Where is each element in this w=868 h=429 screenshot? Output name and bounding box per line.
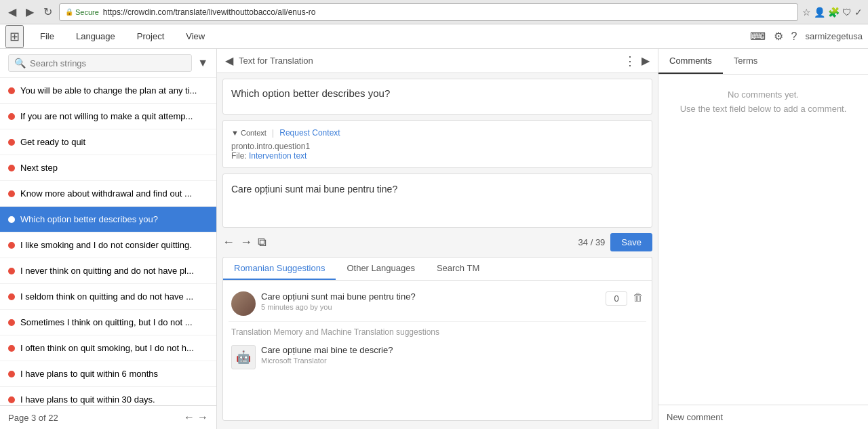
sidebar: 🔍 ▼ You will be able to change the plan … [0, 49, 217, 429]
item-text: Next step [20, 163, 58, 173]
status-dot [8, 113, 15, 120]
filter-button[interactable]: ▼ [197, 57, 208, 69]
no-comments-line1: No comments yet. [672, 88, 854, 102]
menu-view[interactable]: View [180, 28, 210, 44]
list-item[interactable]: I like smoking and I do not consider qui… [0, 232, 216, 258]
list-item[interactable]: I have plans to quit within 30 days. [0, 387, 216, 405]
item-text: If you are not willing to make a quit at… [20, 111, 193, 121]
url-text[interactable]: https://crowdin.com/translate/livewithou… [103, 7, 792, 17]
item-text: I have plans to quit within 6 months [20, 369, 158, 379]
secure-label: Secure [75, 8, 99, 16]
profile-button[interactable]: 👤 [814, 7, 825, 18]
status-dot [8, 319, 15, 326]
list-item[interactable]: Next step [0, 155, 216, 181]
no-comments-line2: Use the text field below to add a commen… [672, 102, 854, 117]
suggestion-meta: 5 minutes ago by you [261, 303, 600, 311]
next-string-button[interactable]: → [240, 235, 252, 249]
forward-button[interactable]: ▶ [23, 4, 37, 20]
suggestion-text: Care opțiuni sunt mai bune pentru tine? [261, 291, 600, 302]
bookmark-button[interactable]: ☆ [802, 7, 811, 18]
menu-language[interactable]: Language [71, 28, 121, 44]
copy-source-button[interactable]: ⧉ [258, 235, 267, 249]
prev-string-button[interactable]: ← [222, 235, 235, 249]
status-dot [8, 190, 15, 197]
item-text: Sometimes I think on quitting, but I do … [20, 317, 193, 327]
tm-content: Care opțiune mai bine te descrie? Micros… [261, 345, 644, 365]
right-footer: New comment [658, 405, 868, 429]
right-content: No comments yet. Use the text field belo… [658, 75, 868, 405]
expand-right-button[interactable]: ▶ [642, 54, 650, 67]
context-toggle[interactable]: ▼ Context [231, 129, 267, 137]
translation-toolbar: ← → ⧉ 34 / 39 Save [217, 233, 658, 257]
translation-area[interactable]: Care opțiuni sunt mai bune pentru tine? [222, 173, 652, 228]
item-text: I seldom think on quitting and do not ha… [20, 291, 193, 302]
app-right: ⌨ ⚙ ? sarmizegetusa [750, 30, 863, 43]
item-text: I have plans to quit within 30 days. [20, 394, 155, 405]
request-context-link[interactable]: Request Context [279, 128, 340, 138]
menu-project[interactable]: Project [132, 28, 170, 44]
middle-panel-inner: Which option better describes you? ▼ Con… [217, 73, 658, 429]
extension2-button[interactable]: 🛡 [842, 7, 852, 18]
search-icon: 🔍 [14, 58, 26, 68]
status-dot [8, 165, 15, 171]
search-input[interactable] [30, 58, 186, 68]
sidebar-header: 🔍 ▼ [0, 49, 216, 78]
status-dot [8, 242, 15, 249]
browser-actions: ☆ 👤 🧩 🛡 ✓ [802, 7, 863, 18]
status-dot [8, 371, 15, 377]
list-item-active[interactable]: Which option better describes you? [0, 207, 216, 232]
tab-search-tm[interactable]: Search TM [426, 258, 490, 280]
collapse-button[interactable]: ◀ [225, 54, 233, 67]
new-comment-label[interactable]: New comment [667, 412, 723, 422]
item-text: I like smoking and I do not consider qui… [20, 240, 192, 250]
avatar [231, 291, 256, 316]
more-button[interactable]: ⋮ [624, 54, 636, 68]
status-dot [8, 87, 15, 94]
keyboard-icon[interactable]: ⌨ [750, 30, 766, 43]
tab-other-languages[interactable]: Other Languages [336, 258, 425, 280]
refresh-button[interactable]: ↻ [41, 4, 55, 20]
list-item[interactable]: I seldom think on quitting and do not ha… [0, 284, 216, 310]
tm-source: Microsoft Translator [261, 356, 644, 365]
list-item[interactable]: I never think on quitting and do not hav… [0, 258, 216, 284]
list-item[interactable]: I have plans to quit within 6 months [0, 361, 216, 387]
tab-romanian[interactable]: Romanian Suggestions [223, 258, 336, 280]
settings-icon[interactable]: ⚙ [774, 30, 783, 43]
list-item[interactable]: Know more about withdrawal and find out … [0, 181, 216, 207]
main-layout: 🔍 ▼ You will be able to change the plan … [0, 49, 868, 429]
search-input-wrap[interactable]: 🔍 [8, 54, 192, 72]
status-dot [8, 396, 15, 403]
tab-comments[interactable]: Comments [658, 49, 723, 74]
list-item[interactable]: You will be able to change the plan at a… [0, 78, 216, 104]
tab-terms[interactable]: Terms [723, 49, 768, 74]
extension3-button[interactable]: ✓ [854, 7, 863, 18]
suggestion-content: Care opțiuni sunt mai bune pentru tine? … [261, 291, 600, 311]
username: sarmizegetusa [805, 31, 863, 41]
sidebar-footer: Page 3 of 22 ← → [0, 405, 216, 429]
context-header: ▼ Context | Request Context [231, 127, 644, 138]
save-button[interactable]: Save [610, 233, 652, 251]
context-key: pronto.intro.question1 [231, 142, 644, 151]
delete-suggestion-button[interactable]: 🗑 [633, 291, 644, 304]
middle-title: Text for Translation [239, 56, 618, 66]
source-text-area: Which option better describes you? [222, 79, 652, 115]
help-icon[interactable]: ? [791, 30, 797, 43]
list-item[interactable]: If you are not willing to make a quit at… [0, 104, 216, 129]
suggestion-score: 0 [606, 291, 627, 306]
list-item[interactable]: I often think on quit smoking, but I do … [0, 335, 216, 361]
list-item[interactable]: Sometimes I think on quitting, but I do … [0, 310, 216, 335]
context-file-link[interactable]: Intervention text [249, 151, 307, 161]
list-item[interactable]: Get ready to quit [0, 129, 216, 155]
menu-file[interactable]: File [35, 28, 60, 44]
context-section: ▼ Context | Request Context pronto.intro… [222, 120, 652, 168]
middle-header: ◀ Text for Translation ⋮ ▶ [217, 49, 658, 73]
extension-button[interactable]: 🧩 [828, 7, 840, 18]
tm-item: 🤖 Care opțiune mai bine te descrie? Micr… [229, 340, 646, 375]
item-text: Get ready to quit [20, 137, 85, 147]
item-text: Which option better describes you? [20, 214, 158, 224]
page-prev-button[interactable]: ← [184, 411, 195, 424]
page-next-button[interactable]: → [197, 411, 208, 424]
status-dot [8, 345, 15, 352]
back-button[interactable]: ◀ [5, 4, 19, 20]
app-grid-button[interactable]: ⊞ [5, 25, 24, 48]
